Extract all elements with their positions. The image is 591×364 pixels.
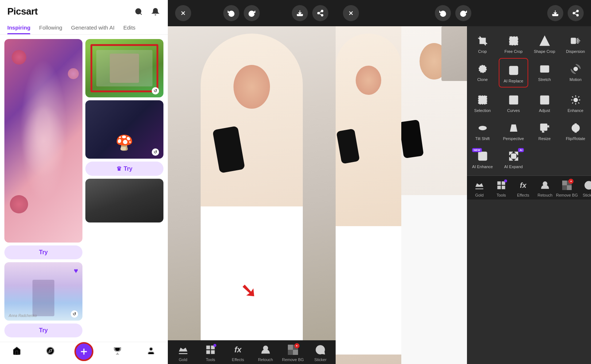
right-editor-panel: Crop Free Crop Sha — [336, 0, 591, 364]
toolbar-gold[interactable]: Gold — [172, 343, 194, 362]
right-redo-button[interactable] — [455, 5, 471, 21]
ai-enhance-label: AI Enhance — [472, 164, 493, 169]
svg-rect-51 — [509, 96, 518, 104]
nav-trophy[interactable] — [101, 346, 134, 361]
tool-selection[interactable]: Selection — [467, 88, 498, 116]
toolbar-tools[interactable]: Tools — [200, 343, 221, 362]
tab-inspiring[interactable]: Inspiring — [7, 22, 30, 34]
crop-label: Crop — [478, 49, 487, 54]
tool-ai-replace[interactable]: AI Replace — [499, 58, 528, 88]
tool-free-crop[interactable]: Free Crop — [498, 29, 529, 57]
nav-profile[interactable] — [134, 346, 168, 361]
right-download-button[interactable] — [547, 5, 563, 21]
remove-bg-label: Remove BG — [282, 357, 304, 362]
tool-shape-crop[interactable]: Shape Crop — [529, 29, 560, 57]
tool-dispersion[interactable]: Dispersion — [560, 29, 591, 57]
right-toolbar-retouch[interactable]: Retouch — [534, 179, 556, 197]
tools-label: Tools — [206, 357, 215, 362]
download-button[interactable] — [292, 5, 308, 21]
add-button[interactable] — [74, 342, 93, 361]
right-close-button[interactable] — [343, 5, 359, 21]
stretch-label: Stretch — [538, 77, 551, 82]
nav-explore[interactable] — [34, 346, 67, 361]
feed-grid: Try ♥ Anna Radchenko ↺ Try — [0, 35, 168, 342]
feed-item-frame[interactable]: ↺ — [85, 39, 163, 97]
right-canvas-area: Crop Free Crop Sha — [336, 26, 591, 364]
notification-icon[interactable] — [150, 7, 161, 17]
redo-button[interactable] — [244, 5, 260, 21]
svg-rect-78 — [502, 186, 505, 189]
try-button-crown-2[interactable]: ♛ Try — [85, 162, 163, 176]
tool-motion[interactable]: Motion — [560, 57, 591, 88]
tool-crop[interactable]: Crop — [467, 29, 498, 57]
tool-adjust[interactable]: Adjust — [529, 88, 560, 116]
nav-add[interactable] — [67, 346, 101, 361]
feed-item-colorful[interactable]: ↺ — [85, 100, 163, 159]
try-button-3[interactable]: Try — [4, 324, 82, 337]
svg-line-66 — [572, 102, 573, 104]
enhance-label: Enhance — [568, 108, 583, 113]
svg-point-68 — [479, 126, 486, 130]
tools-dot — [213, 344, 216, 347]
right-share-button[interactable] — [568, 5, 584, 21]
right-toolbar-remove-bg[interactable]: ✦ Remove BG — [556, 179, 578, 197]
toolbar-remove-bg[interactable]: ✦ Remove BG — [282, 343, 304, 362]
right-retouch-label: Retouch — [538, 193, 553, 197]
right-photo-area — [336, 26, 467, 364]
tool-resize[interactable]: Resize — [529, 116, 560, 144]
adjust-icon — [538, 93, 551, 107]
right-toolbar-gold[interactable]: Gold — [468, 179, 490, 197]
svg-point-12 — [318, 12, 320, 14]
close-button[interactable] — [175, 5, 191, 21]
svg-line-64 — [572, 96, 573, 97]
ai-badge: AI — [518, 148, 524, 152]
tilt-shift-label: Tilt Shift — [475, 136, 490, 141]
tool-ai-enhance[interactable]: NEW AI Enhance — [467, 144, 498, 173]
undo-button[interactable] — [223, 5, 239, 21]
shape-crop-label: Shape Crop — [534, 49, 555, 54]
tool-perspective[interactable]: Perspective — [498, 116, 529, 144]
share-button[interactable] — [312, 5, 328, 21]
toolbar-effects[interactable]: fx Effects — [227, 343, 249, 362]
red-arrow: ➘ — [240, 281, 256, 300]
tool-clone[interactable]: Clone — [467, 57, 498, 88]
perspective-icon — [507, 121, 520, 135]
tool-stretch[interactable]: Stretch — [529, 57, 560, 88]
toolbar-sticker[interactable]: Sticker — [309, 343, 331, 362]
tool-ai-expand[interactable]: AI AI Expand — [498, 144, 529, 173]
right-crown-icon — [473, 179, 486, 192]
tab-edits[interactable]: Edits — [123, 22, 135, 34]
svg-rect-35 — [571, 38, 576, 44]
right-toolbar-tools[interactable]: Tools — [490, 179, 512, 197]
free-crop-icon — [507, 34, 520, 47]
feed-item-pink-girl[interactable] — [4, 39, 82, 243]
right-undo-button[interactable] — [435, 5, 451, 21]
svg-line-31 — [575, 13, 577, 15]
tab-generated-ai[interactable]: Generated with AI — [71, 22, 115, 34]
svg-rect-44 — [540, 66, 549, 72]
right-toolbar-effects[interactable]: fx Effects — [512, 179, 534, 197]
nav-home[interactable] — [0, 346, 34, 361]
feed-item-sunset-girl[interactable]: ♥ Anna Radchenko ↺ — [4, 262, 82, 321]
try-button-1[interactable]: Try — [4, 245, 82, 259]
svg-rect-16 — [206, 346, 209, 349]
right-remove-bg-label: Remove BG — [556, 193, 578, 197]
tab-following[interactable]: Following — [39, 22, 62, 34]
remove-bg-icon: ✦ — [286, 343, 300, 356]
right-retouch-icon — [538, 179, 552, 192]
sticker-icon — [314, 343, 327, 356]
right-toolbar-sticker[interactable]: Sticker — [578, 179, 591, 197]
svg-marker-34 — [540, 36, 549, 46]
selection-label: Selection — [474, 108, 491, 113]
svg-rect-75 — [498, 182, 501, 185]
tool-tilt-shift[interactable]: Tilt Shift — [467, 116, 498, 144]
tool-flip-rotate[interactable]: Flip/Rotate — [560, 116, 591, 144]
tool-enhance[interactable]: Enhance — [560, 88, 591, 116]
feed-item-bw[interactable] — [85, 179, 163, 222]
tool-curves[interactable]: Curves — [498, 88, 529, 116]
svg-point-7 — [150, 348, 152, 351]
curves-icon — [507, 93, 520, 107]
toolbar-retouch[interactable]: Retouch — [255, 343, 277, 362]
search-icon[interactable] — [134, 7, 144, 17]
ai-replace-icon — [507, 64, 520, 77]
